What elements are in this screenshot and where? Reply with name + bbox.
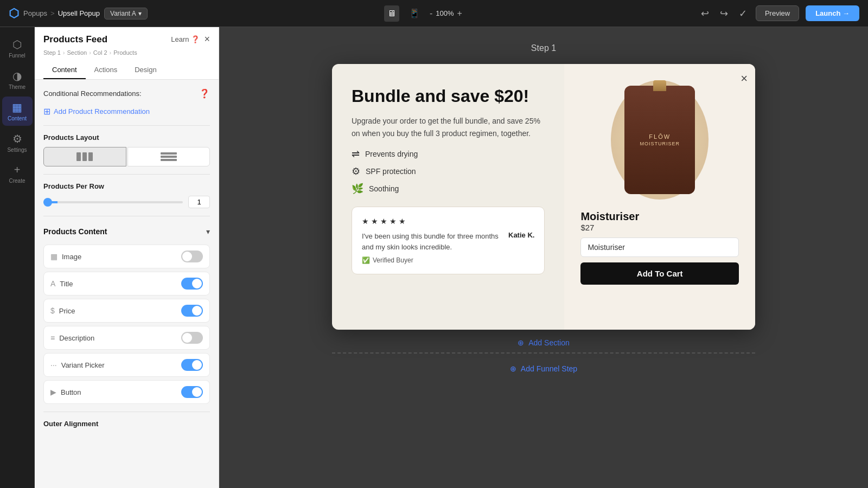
product-name-label: MOISTURISER xyxy=(640,141,680,146)
redo-btn[interactable]: ↪ xyxy=(718,5,730,22)
panel-header: Products Feed Learn ❓ × Step 1 › Section… xyxy=(35,27,219,80)
breadcrumb-products: Products xyxy=(113,49,137,56)
topbar-left: ⬡ Popups > Upsell Popup Variant A ▾ xyxy=(9,7,148,21)
breadcrumb-section: Section xyxy=(67,49,87,56)
learn-button[interactable]: Learn ❓ xyxy=(171,35,200,43)
products-per-row-row: 1 xyxy=(43,196,210,208)
bottle-cap xyxy=(653,80,666,91)
sidebar-item-label-funnel: Funnel xyxy=(9,53,25,59)
description-toggle-row: ≡ Description xyxy=(43,326,210,350)
preview-button[interactable]: Preview xyxy=(756,5,799,21)
add-funnel-step-row[interactable]: ⊕ Add Funnel Step xyxy=(332,352,755,384)
topbar-right: ↩ ↪ ✓ Preview Launch → xyxy=(699,5,859,22)
product-price: $27 xyxy=(580,223,594,232)
soothing-icon: 🌿 xyxy=(352,183,363,195)
sidebar-item-create[interactable]: + Create xyxy=(2,159,33,188)
product-variant-select[interactable]: Moisturiser xyxy=(580,237,739,257)
breadcrumb: Popups > Upsell Popup xyxy=(23,9,100,17)
price-label: Price xyxy=(59,307,75,315)
mobile-device-btn[interactable]: 📱 xyxy=(406,5,423,22)
add-section-icon: ⊕ xyxy=(518,338,524,347)
variant-picker-toggle[interactable] xyxy=(181,359,203,371)
list-layout-btn[interactable] xyxy=(127,147,210,166)
per-row-value: 1 xyxy=(188,196,210,208)
zoom-control: - 100% + xyxy=(430,9,462,18)
sidebar-item-theme[interactable]: ◑ Theme xyxy=(2,65,33,94)
canvas: Step 1 × Bundle and save $20! Upgrade yo… xyxy=(219,27,868,488)
topbar-center: 🖥 📱 - 100% + xyxy=(384,5,462,22)
tab-content[interactable]: Content xyxy=(43,61,86,79)
zoom-level: 100% xyxy=(436,9,454,17)
prevent-drying-icon: ⇌ xyxy=(352,148,360,160)
image-toggle-row: ▦ Image xyxy=(43,245,210,268)
outer-alignment-section: Outer Alignment xyxy=(43,412,210,428)
description-toggle[interactable] xyxy=(181,332,203,344)
sidebar-item-label-create: Create xyxy=(9,178,25,184)
tab-actions[interactable]: Actions xyxy=(86,61,126,79)
image-toggle[interactable] xyxy=(181,251,203,262)
add-to-cart-button[interactable]: Add To Cart xyxy=(580,262,739,285)
review-card: ★ ★ ★ ★ ★ I've been using this bundle fo… xyxy=(352,207,545,274)
breadcrumb-popups[interactable]: Popups xyxy=(23,9,47,17)
product-image-wrap: FLŌW MOISTURISER xyxy=(611,80,709,200)
launch-button[interactable]: Launch → xyxy=(806,5,859,21)
sidebar-item-funnel[interactable]: ⬡ Funnel xyxy=(2,34,33,63)
popup-description: Upgrade your order to get the full bundl… xyxy=(352,115,545,139)
outer-alignment-title: Outer Alignment xyxy=(43,420,210,428)
price-toggle-row: $ Price xyxy=(43,299,210,323)
image-icon: ▦ xyxy=(50,252,58,261)
step-label: Step 1 xyxy=(531,43,556,53)
sidebar-item-content[interactable]: ▦ Content xyxy=(2,97,33,126)
add-section-row[interactable]: ⊕ Add Section xyxy=(518,338,570,347)
panel-body: Conditional Recommendations: ❓ ⊞ Add Pro… xyxy=(35,80,219,488)
per-row-slider[interactable] xyxy=(43,201,183,203)
zoom-out-btn[interactable]: - xyxy=(430,9,432,18)
product-name: Moisturiser xyxy=(580,210,639,223)
popup-right: FLŌW MOISTURISER Moisturiser $27 Moistur… xyxy=(564,64,755,330)
layout-buttons xyxy=(43,147,210,166)
sidebar-item-label-settings: Settings xyxy=(7,147,27,153)
tab-design[interactable]: Design xyxy=(126,61,165,79)
panel-tabs: Content Actions Design xyxy=(43,61,210,79)
description-icon: ≡ xyxy=(50,333,55,342)
desktop-device-btn[interactable]: 🖥 xyxy=(384,5,399,22)
panel-close-button[interactable]: × xyxy=(204,34,210,45)
collapse-arrow-icon: ▾ xyxy=(206,227,210,236)
grid-layout-btn[interactable] xyxy=(43,147,126,166)
add-funnel-icon: ⊕ xyxy=(510,364,516,373)
svg-rect-4 xyxy=(161,156,177,158)
review-author: Katie K. xyxy=(508,231,534,239)
theme-icon: ◑ xyxy=(12,69,22,82)
review-text: I've been using this bundle for three mo… xyxy=(362,231,503,252)
create-icon: + xyxy=(14,164,21,176)
popup-left: Bundle and save $20! Upgrade your order … xyxy=(332,64,564,330)
button-label: Button xyxy=(61,388,81,396)
products-per-row-title: Products Per Row xyxy=(43,182,210,190)
svg-rect-0 xyxy=(76,152,81,161)
product-brand: FLŌW xyxy=(640,133,680,140)
zoom-in-btn[interactable]: + xyxy=(457,9,462,18)
title-icon: A xyxy=(50,279,55,288)
feature-item-1: ⇌ Prevents drying xyxy=(352,148,545,160)
check-btn[interactable]: ✓ xyxy=(737,5,749,22)
conditional-help-icon: ❓ xyxy=(199,88,210,99)
title-toggle[interactable] xyxy=(181,278,203,290)
verified-check-icon: ✅ xyxy=(362,256,370,264)
add-recommendation-button[interactable]: ⊞ Add Product Recommendation xyxy=(43,106,150,117)
undo-btn[interactable]: ↩ xyxy=(699,5,711,22)
popup-close-button[interactable]: × xyxy=(741,72,748,86)
review-body: I've been using this bundle for three mo… xyxy=(362,231,534,252)
title-toggle-row: A Title xyxy=(43,272,210,296)
app-logo: ⬡ xyxy=(9,7,19,21)
add-rec-icon: ⊞ xyxy=(43,106,50,117)
product-label: FLŌW MOISTURISER xyxy=(640,133,680,146)
sidebar-item-settings[interactable]: ⚙ Settings xyxy=(2,128,33,157)
products-content-header[interactable]: Products Content ▾ xyxy=(43,224,210,239)
button-toggle[interactable] xyxy=(181,386,203,398)
variant-selector[interactable]: Variant A ▾ xyxy=(104,8,148,20)
feature-list: ⇌ Prevents drying ⚙ SPF protection 🌿 Soo… xyxy=(352,148,545,195)
popup-container: × Bundle and save $20! Upgrade your orde… xyxy=(332,64,755,330)
panel-breadcrumb: Step 1 › Section › Col 2 › Products xyxy=(43,49,210,56)
price-toggle[interactable] xyxy=(181,305,203,317)
button-toggle-row: ▶ Button xyxy=(43,380,210,404)
